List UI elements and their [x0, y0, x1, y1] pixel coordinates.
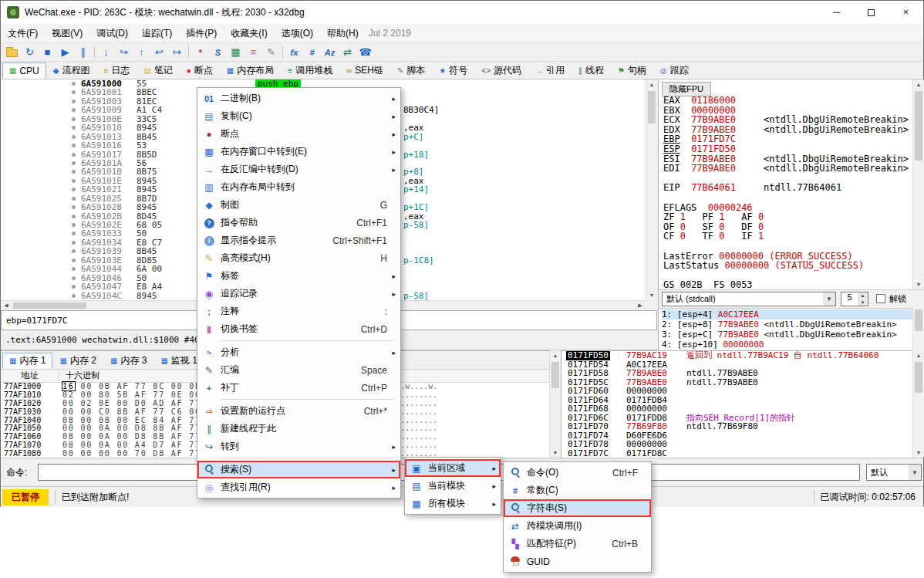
- stack-panel[interactable]: 0171FD5077B9AC19返回到 ntdll.77B9AC19 自 ntd…: [561, 350, 912, 458]
- close-button[interactable]: ×: [889, 1, 923, 24]
- dump-scrollbar[interactable]: ▲ ▼: [549, 350, 561, 458]
- swap-icon[interactable]: ⇄: [339, 45, 356, 60]
- step-into-icon[interactable]: ↓: [97, 45, 115, 60]
- breakpoint-dot[interactable]: [72, 294, 76, 298]
- register-line[interactable]: LastStatus 00000000 (STATUS_SUCCESS): [663, 261, 902, 271]
- breakpoint-dot[interactable]: [72, 179, 76, 183]
- breakpoint-dot[interactable]: [72, 100, 76, 103]
- tab-symbols[interactable]: ★符号: [432, 63, 474, 79]
- step-out-icon[interactable]: ↑: [133, 45, 150, 60]
- argument-row[interactable]: 3: [esp+C] 77B9ABE0 <ntdll.DbgUiRemoteBr…: [662, 330, 924, 340]
- tab-breakpoints[interactable]: ●断点: [180, 63, 220, 79]
- scroll-thumb[interactable]: [13, 303, 86, 309]
- register-line[interactable]: EIP 77B64061 ntdll.77B64061: [663, 183, 902, 193]
- submenu-current-region[interactable]: ▣当前区域▸: [405, 459, 501, 477]
- argument-row[interactable]: 2: [esp+8] 77B9ABE0 <ntdll.DbgUiRemoteBr…: [662, 319, 924, 330]
- calling-convention-select[interactable]: 默认 (stdcall) ▼: [662, 292, 836, 306]
- stack-row[interactable]: 0171FD7077B69F80ntdll.77B69F80: [561, 422, 912, 431]
- stack-row[interactable]: 0171FD6000000000: [561, 387, 912, 396]
- breakpoint-dot[interactable]: [72, 135, 76, 139]
- stack-row[interactable]: 0171FD5077B9AC19返回到 ntdll.77B9AC19 自 ntd…: [561, 351, 912, 360]
- scroll-track[interactable]: [646, 90, 657, 290]
- arguments-panel[interactable]: 1: [esp+4] A0C17EEA2: [esp+8] 77B9ABE0 <…: [658, 308, 924, 350]
- settings-icon[interactable]: *: [191, 45, 209, 60]
- step-over-icon[interactable]: ↪: [115, 45, 133, 60]
- register-line[interactable]: EDI 77B9ABE0 <ntdll.DbgUiRemoteBreakin>: [663, 164, 902, 174]
- menubar-item-t[interactable]: 追踪(T): [135, 24, 179, 43]
- run-to-return-icon[interactable]: ↩: [150, 45, 168, 60]
- search-string[interactable]: 字符串(S): [504, 499, 651, 517]
- search-intermodule-call[interactable]: ⇄跨模块调用(I): [504, 517, 651, 535]
- menubar-item-p[interactable]: 插件(P): [179, 24, 224, 43]
- menu-find-references[interactable]: ◎查找引用(R)▸: [197, 478, 400, 496]
- scroll-down-icon[interactable]: ▼: [913, 279, 924, 289]
- breakpoint-dot[interactable]: [72, 108, 76, 112]
- unlock-checkbox[interactable]: [876, 294, 885, 303]
- menubar-item-o[interactable]: 选项(O): [275, 24, 320, 43]
- scroll-thumb[interactable]: [648, 91, 656, 123]
- minimize-button[interactable]: ─: [819, 1, 854, 24]
- tab-cpu[interactable]: ▦CPU: [2, 63, 46, 79]
- chevron-down-icon[interactable]: ▼: [823, 292, 835, 306]
- maximize-button[interactable]: [854, 1, 889, 24]
- tab-memory-map[interactable]: ▦内存布局: [220, 63, 281, 79]
- tab-dump-1[interactable]: ▦内存 1: [2, 353, 52, 369]
- breakpoint-dot[interactable]: [72, 197, 76, 201]
- search-command[interactable]: 命令(O)Ctrl+F: [504, 464, 651, 482]
- menu-show-mnemonic-brief[interactable]: i显示指令提示Ctrl+Shift+F1: [197, 232, 400, 249]
- breakpoint-dot[interactable]: [72, 170, 76, 174]
- tab-seh[interactable]: ∞SEH链: [339, 63, 390, 79]
- restart-icon[interactable]: ↻: [21, 45, 39, 60]
- argument-row[interactable]: 1: [esp+4] A0C17EEA: [662, 309, 924, 319]
- string-search-icon[interactable]: Az: [321, 45, 339, 60]
- scylla-icon[interactable]: S: [209, 45, 227, 60]
- breakpoint-dot[interactable]: [72, 249, 76, 253]
- fx-icon[interactable]: fx: [285, 45, 303, 60]
- argument-depth-spinner[interactable]: 5 ▲▼: [841, 292, 868, 306]
- tab-handles[interactable]: ⚑句柄: [611, 63, 653, 79]
- breakpoint-dot[interactable]: [72, 82, 76, 86]
- skip-icon[interactable]: ↦: [168, 45, 186, 60]
- menubar-item-h[interactable]: 帮助(H): [320, 24, 366, 43]
- breakpoint-dot[interactable]: [72, 153, 76, 157]
- tab-notes[interactable]: ▤笔记: [137, 63, 179, 79]
- stack-scrollbar[interactable]: ▲ ▼: [912, 350, 924, 458]
- menu-assemble[interactable]: ✎汇编Space: [197, 361, 400, 379]
- breakpoint-dot[interactable]: [72, 117, 76, 121]
- memory-map-icon[interactable]: ▦: [227, 45, 244, 60]
- title-bar[interactable]: WeChat.exe - PID: 263C - 模块: wechatwin.d…: [1, 1, 923, 24]
- tab-graph[interactable]: ◆流程图: [46, 63, 97, 79]
- breakpoint-dot[interactable]: [72, 267, 76, 271]
- stack-row[interactable]: 0171FD74D60FE6D6: [561, 431, 912, 441]
- breakpoint-dot[interactable]: [72, 205, 76, 209]
- scroll-thumb[interactable]: [915, 362, 922, 393]
- tab-source[interactable]: <>源代码: [474, 63, 528, 79]
- scroll-track[interactable]: [913, 308, 924, 350]
- menu-goto[interactable]: ↪转到▸: [197, 438, 400, 455]
- breakpoint-dot[interactable]: [72, 188, 76, 191]
- menu-comment[interactable]: ;注释:: [197, 303, 400, 320]
- menu-follow-in-memmap[interactable]: ▥在内存布局中转到: [197, 178, 400, 196]
- menu-set-new-origin[interactable]: ⇒设置新的运行点Ctrl+*: [197, 402, 400, 420]
- stack-row[interactable]: 0171FD7800000000: [561, 440, 912, 449]
- menubar-item-f[interactable]: 文件(F): [1, 24, 45, 43]
- menu-trace-record[interactable]: ◉追踪记录▸: [197, 285, 400, 303]
- menu-follow-in-dump[interactable]: ▦在内存窗口中转到(E)▸: [197, 143, 400, 161]
- scroll-track[interactable]: [550, 360, 561, 448]
- register-line[interactable]: GS 002B FS 0053: [663, 280, 902, 290]
- search-pattern[interactable]: ▚匹配特征(P)Ctrl+B: [504, 535, 651, 553]
- menu-copy[interactable]: ▤复制(C)▸: [197, 107, 400, 125]
- stack-row[interactable]: 0171FD7C0171FD8C: [561, 449, 912, 458]
- menu-label[interactable]: ⚑标签▸: [197, 267, 400, 285]
- hash-icon[interactable]: #: [303, 45, 321, 60]
- menu-analysis[interactable]: ≈分析▸: [197, 343, 400, 361]
- tab-trace[interactable]: ◎跟踪: [653, 63, 696, 79]
- scroll-up-icon[interactable]: ▲: [913, 350, 924, 360]
- breakpoint-dot[interactable]: [72, 259, 76, 262]
- scroll-down-icon[interactable]: ▼: [913, 448, 924, 458]
- scroll-up-icon[interactable]: ▲: [550, 350, 561, 360]
- scroll-thumb[interactable]: [915, 91, 922, 161]
- pause-icon[interactable]: ∥: [74, 45, 92, 60]
- menubar-item-v[interactable]: 视图(V): [45, 24, 89, 43]
- arguments-scrollbar[interactable]: [912, 308, 924, 350]
